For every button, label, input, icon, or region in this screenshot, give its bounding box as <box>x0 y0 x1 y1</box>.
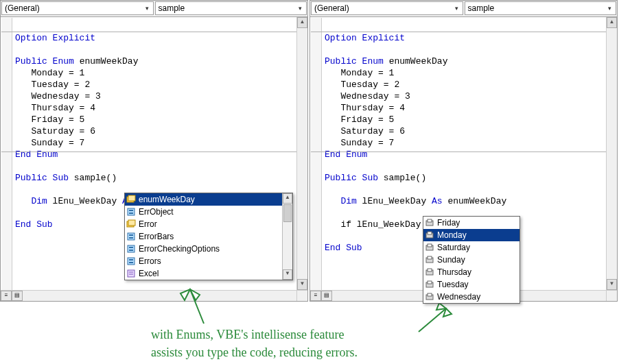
svg-rect-7 <box>128 233 135 240</box>
module-icon <box>126 269 136 278</box>
procedure-view-button[interactable]: ≡ <box>1 291 12 301</box>
svg-rect-2 <box>128 208 135 215</box>
scrollbar-corner <box>296 290 307 301</box>
const-icon <box>425 292 434 302</box>
svg-rect-10 <box>128 245 135 252</box>
chevron-down-icon: ▾ <box>607 5 613 12</box>
chevron-down-icon: ▾ <box>144 5 150 12</box>
intellisense-popup[interactable]: enumWeekDayErrObjectErrorErrorBarsErrorC… <box>124 193 293 280</box>
intellisense-item[interactable]: ErrObject <box>125 206 282 218</box>
vertical-scrollbar[interactable]: ▲ ▼ <box>296 17 307 290</box>
svg-rect-16 <box>128 270 135 277</box>
section-divider <box>1 151 296 152</box>
annotation-caption: with Enums, VBE's intellisense feature a… <box>151 326 358 361</box>
const-icon <box>425 243 434 252</box>
section-divider <box>311 151 606 152</box>
svg-rect-26 <box>428 256 432 259</box>
horizontal-scrollbar[interactable]: ≡ ▤ <box>1 290 296 301</box>
intellisense-item[interactable]: Monday <box>423 229 519 241</box>
intellisense-popup[interactable]: FridayMondaySaturdaySundayThursdayTuesda… <box>423 216 520 304</box>
procedure-combo-value: sample <box>468 3 495 13</box>
intellisense-item[interactable]: Errors <box>125 255 282 267</box>
const-icon <box>425 280 434 289</box>
chevron-down-icon: ▾ <box>454 5 460 12</box>
scroll-up-button[interactable]: ▲ <box>297 17 307 28</box>
scope-combo[interactable]: (General) ▾ <box>311 1 463 15</box>
const-icon <box>425 230 434 240</box>
intellisense-item-label: enumWeekDay <box>139 195 195 204</box>
const-icon <box>425 218 434 228</box>
intellisense-item[interactable]: Friday <box>423 217 519 229</box>
vbe-editor-left: (General) ▾ sample ▾ Option Explicit Pub… <box>0 0 308 302</box>
svg-rect-12 <box>129 250 133 251</box>
svg-rect-14 <box>129 259 133 260</box>
intellisense-item-label: Wednesday <box>437 292 480 302</box>
class-icon <box>126 244 136 254</box>
intellisense-item-label: ErrorBars <box>139 232 174 241</box>
intellisense-item[interactable]: Wednesday <box>423 291 519 303</box>
chevron-down-icon: ▾ <box>297 5 303 12</box>
code-margin <box>311 18 322 290</box>
svg-rect-24 <box>428 244 432 247</box>
enum-icon <box>126 219 136 229</box>
svg-rect-15 <box>129 262 133 263</box>
full-module-view-button[interactable]: ▤ <box>12 291 23 301</box>
scroll-up-button[interactable]: ▲ <box>607 17 617 28</box>
scope-combo[interactable]: (General) ▾ <box>1 1 154 15</box>
intellisense-item[interactable]: enumWeekDay <box>125 193 282 206</box>
annotation-arrow-icon <box>176 280 218 329</box>
intellisense-item-label: Sunday <box>437 255 465 265</box>
intellisense-item-label: Tuesday <box>437 280 469 289</box>
annotation-arrow-icon <box>412 302 460 336</box>
scroll-up-button[interactable]: ▲ <box>283 193 292 204</box>
intellisense-item-label: Error <box>139 219 157 229</box>
scroll-down-button[interactable]: ▼ <box>283 269 292 280</box>
scope-combo-value: (General) <box>5 3 40 13</box>
const-icon <box>425 255 434 265</box>
intellisense-item[interactable]: Tuesday <box>423 278 519 291</box>
procedure-view-button[interactable]: ≡ <box>310 291 321 301</box>
svg-rect-28 <box>428 269 432 271</box>
scrollbar-thumb[interactable] <box>283 204 292 222</box>
procedure-combo-value: sample <box>159 3 185 13</box>
vertical-scrollbar[interactable]: ▲ ▼ <box>606 17 617 290</box>
svg-rect-1 <box>128 195 135 201</box>
intellisense-item[interactable]: ErrorBars <box>125 230 282 243</box>
procedure-combo[interactable]: sample ▾ <box>465 1 617 15</box>
scroll-down-button[interactable]: ▼ <box>297 279 307 290</box>
scroll-down-button[interactable]: ▼ <box>607 279 617 290</box>
intellisense-item-label: Excel <box>139 269 159 278</box>
intellisense-item[interactable]: Excel <box>125 267 282 280</box>
intellisense-item-label: ErrObject <box>139 207 174 217</box>
intellisense-item-label: Monday <box>437 230 467 240</box>
svg-rect-4 <box>129 213 133 214</box>
svg-rect-9 <box>129 237 133 239</box>
svg-rect-3 <box>129 210 133 211</box>
class-icon <box>126 232 136 241</box>
enum-icon <box>126 195 136 204</box>
caption-line-2: assists you type the code, reducing erro… <box>151 343 358 361</box>
svg-rect-30 <box>428 281 432 284</box>
procedure-combo[interactable]: sample ▾ <box>155 1 307 15</box>
code-margin <box>1 18 12 290</box>
intellisense-scrollbar[interactable]: ▲ ▼ <box>282 193 292 280</box>
svg-rect-13 <box>128 258 135 265</box>
intellisense-item[interactable]: Saturday <box>423 241 519 254</box>
svg-rect-11 <box>129 247 133 248</box>
intellisense-item[interactable]: Error <box>125 218 282 230</box>
full-module-view-button[interactable]: ▤ <box>321 291 332 301</box>
class-icon <box>126 256 136 266</box>
svg-rect-20 <box>428 219 432 222</box>
scrollbar-corner <box>606 290 617 301</box>
intellisense-item[interactable]: ErrorCheckingOptions <box>125 243 282 255</box>
svg-rect-8 <box>129 234 133 236</box>
vbe-editor-right: (General) ▾ sample ▾ Option Explicit Pub… <box>310 0 618 302</box>
class-icon <box>126 207 136 217</box>
intellisense-item[interactable]: Sunday <box>423 254 519 266</box>
intellisense-item-label: Saturday <box>437 243 470 252</box>
intellisense-item[interactable]: Thursday <box>423 266 519 278</box>
intellisense-item-label: Friday <box>437 218 460 228</box>
editor-toolbar: (General) ▾ sample ▾ <box>1 1 307 17</box>
editor-toolbar: (General) ▾ sample ▾ <box>310 1 617 17</box>
intellisense-item-label: ErrorCheckingOptions <box>139 244 220 254</box>
